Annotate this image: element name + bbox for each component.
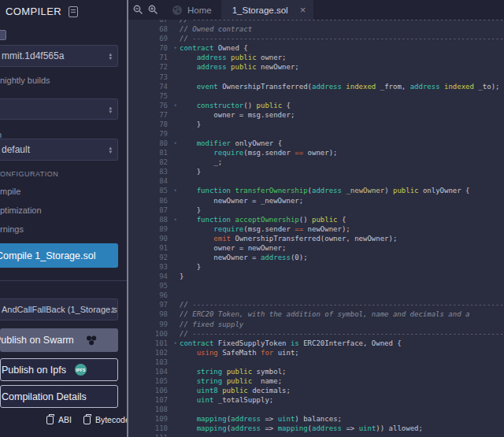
close-tab-icon[interactable] — [300, 5, 306, 15]
code-line[interactable]: 81 require(msg.sender == owner); — [128, 148, 504, 157]
panel-title: COMPILER — [6, 6, 61, 17]
compiler-version-value: mmit.1d4f565a — [2, 50, 64, 61]
bytecode-copy-button[interactable]: Bytecode — [95, 415, 127, 424]
tab-home[interactable]: Home — [163, 0, 221, 20]
line-number: 90 — [128, 235, 171, 243]
line-number: 92 — [128, 254, 171, 261]
language-select[interactable] — [0, 98, 118, 120]
code-area[interactable]: 67// -----------------------------------… — [128, 20, 504, 437]
line-number: 80 — [128, 139, 171, 147]
code-line[interactable]: 90 emit OwnershipTransferred(owner, newO… — [128, 234, 504, 243]
code-line[interactable]: 92 newOwner = address(0); — [128, 253, 504, 262]
code-line[interactable]: 103 — [128, 357, 504, 367]
code-line[interactable]: 84 — [128, 176, 504, 186]
evm-version-select[interactable]: default — [0, 139, 118, 161]
abi-copy-button[interactable]: ABI — [58, 415, 72, 424]
swarm-icon — [85, 335, 98, 346]
fold-arrow-icon[interactable]: ▾ — [171, 217, 180, 223]
zoom-out-icon[interactable] — [133, 5, 143, 15]
compilation-details-button[interactable]: Compilation Details — [0, 385, 118, 408]
code-line[interactable]: 105 string public name; — [128, 376, 504, 386]
code-line[interactable]: 102 using SafeMath for uint; — [128, 348, 504, 357]
code-line[interactable]: 87 } — [128, 206, 504, 215]
code-line[interactable]: 74 event OwnershipTransferred(address in… — [128, 82, 504, 91]
code-line[interactable]: 70▾contract Owned { — [128, 43, 504, 53]
code-line[interactable]: 94} — [128, 272, 504, 281]
code-line[interactable]: 98// ERC20 Token, with the addition of s… — [128, 309, 504, 319]
code-line[interactable]: 71 address public owner; — [128, 53, 504, 62]
publish-on-ipfs-button[interactable]: Publish on Ipfs IPFS — [0, 358, 118, 381]
tab-1-storage-sol[interactable]: 1_Storage.sol — [221, 0, 314, 20]
code-line[interactable]: 109 mapping(address => uint) balances; — [128, 414, 504, 424]
line-number: 100 — [128, 330, 171, 338]
auto-compile-label[interactable]: mpile — [0, 187, 20, 196]
line-number: 72 — [128, 63, 171, 71]
code-line[interactable]: 79 — [128, 129, 504, 139]
remix-logo-icon — [172, 6, 182, 15]
line-number: 96 — [128, 291, 171, 299]
code-line[interactable]: 72 address public newOwner; — [128, 62, 504, 72]
line-number: 73 — [128, 73, 171, 81]
line-number: 79 — [128, 130, 171, 138]
line-number: 106 — [128, 387, 171, 394]
select-arrows-icon — [109, 106, 112, 113]
fold-arrow-icon[interactable]: ▾ — [171, 140, 180, 146]
line-number: 78 — [128, 120, 171, 128]
code-line[interactable]: 83 } — [128, 167, 504, 176]
documentation-icon[interactable] — [69, 6, 78, 17]
code-line[interactable]: 108 — [128, 405, 504, 414]
line-number: 87 — [128, 206, 171, 214]
code-line[interactable]: 88▾ function acceptOwnership() public { — [128, 215, 504, 224]
contract-select[interactable]: AndCallFallBack (1_Storage.s — [0, 298, 118, 320]
line-number: 105 — [128, 377, 171, 385]
code-line[interactable]: 69// -----------------------------------… — [128, 34, 504, 43]
line-number: 84 — [128, 177, 171, 185]
code-line[interactable]: 97// -----------------------------------… — [128, 300, 504, 309]
code-line[interactable]: 99// fixed supply — [128, 320, 504, 329]
code-line[interactable]: 110 mapping(address => mapping(address =… — [128, 424, 504, 433]
panel-header: COMPILER — [6, 6, 78, 17]
code-line[interactable]: 78 } — [128, 120, 504, 129]
code-line[interactable]: 106 uint8 public decimals; — [128, 386, 504, 395]
code-line[interactable]: 95 — [128, 281, 504, 291]
fold-arrow-icon[interactable]: ▾ — [171, 340, 180, 346]
code-line[interactable]: 96 — [128, 291, 504, 300]
solidity-compiler-panel: COMPILER mmit.1d4f565a nightly builds n … — [0, 0, 127, 437]
enable-optimization-label[interactable]: ptimization — [0, 206, 42, 215]
code-line[interactable]: 80▾ modifier onlyOwner { — [128, 139, 504, 148]
code-line[interactable]: 89 require(msg.sender == newOwner); — [128, 224, 504, 234]
line-number: 107 — [128, 396, 171, 404]
code-line[interactable]: 93 } — [128, 262, 504, 272]
code-line[interactable]: 75 — [128, 91, 504, 101]
code-line[interactable]: 100// ----------------------------------… — [128, 329, 504, 339]
fold-arrow-icon[interactable]: ▾ — [171, 102, 180, 109]
code-line[interactable]: 91 owner = newOwner; — [128, 243, 504, 253]
code-line[interactable]: 85▾ function transferOwnership(address _… — [128, 186, 504, 195]
publish-on-swarm-button[interactable]: Publish on Swarm — [0, 328, 118, 352]
code-line[interactable]: 104 string public symbol; — [128, 367, 504, 376]
compile-button[interactable]: Compile 1_Storage.sol — [0, 243, 118, 268]
code-line[interactable]: 111 — [128, 433, 504, 437]
code-line[interactable]: 73 — [128, 72, 504, 81]
code-line[interactable]: 68// Owned contract — [128, 24, 504, 34]
zoom-in-icon[interactable] — [148, 5, 158, 15]
code-line[interactable]: 101▾contract FixedSupplyToken is ERC20In… — [128, 339, 504, 348]
compiler-label-icon — [0, 30, 6, 40]
compiler-version-select[interactable]: mmit.1d4f565a — [0, 45, 118, 67]
fold-arrow-icon[interactable]: ▾ — [171, 187, 180, 194]
line-number: 91 — [128, 244, 171, 252]
code-line[interactable]: 86 newOwner = _newOwner; — [128, 195, 504, 205]
code-line[interactable]: 82 _; — [128, 157, 504, 167]
line-number: 74 — [128, 83, 171, 91]
fold-arrow-icon[interactable]: ▾ — [171, 45, 180, 51]
abi-bytecode-row: ABI Bytecode — [46, 415, 127, 424]
code-line[interactable]: 107 uint _totalSupply; — [128, 395, 504, 405]
sidebar-divider — [0, 280, 127, 281]
code-line[interactable]: 77 owner = msg.sender; — [128, 110, 504, 120]
evm-version-value: default — [2, 144, 30, 155]
line-number: 108 — [128, 406, 171, 413]
code-line[interactable]: 76▾ constructor() public { — [128, 101, 504, 110]
hide-warnings-label[interactable]: rnings — [0, 224, 24, 234]
line-number: 94 — [128, 272, 171, 280]
editor-tabbar: Home 1_Storage.sol — [128, 0, 504, 20]
